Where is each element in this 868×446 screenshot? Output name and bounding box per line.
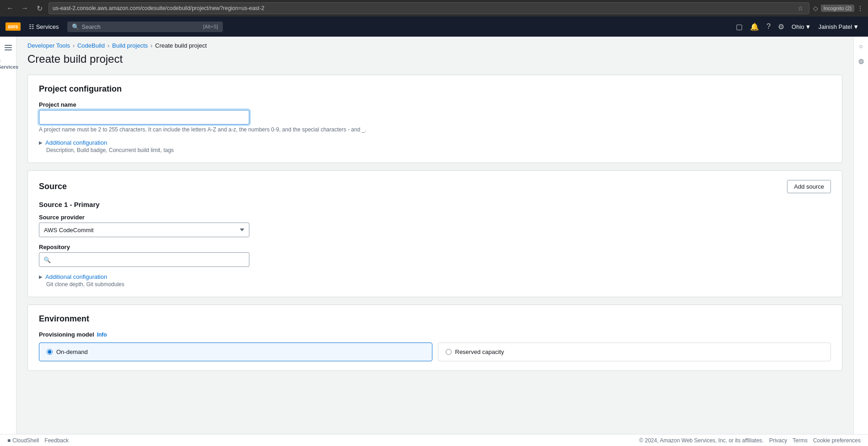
source-card: Source Add source Source 1 - Primary Sou… (27, 170, 842, 297)
breadcrumb-codebuild[interactable]: CodeBuild (77, 42, 105, 49)
reload-button[interactable]: ↻ (34, 3, 45, 14)
bottom-bar-right: © 2024, Amazon Web Services, Inc. or its… (639, 437, 861, 444)
project-name-field: Project name A project name must be 2 to… (39, 101, 831, 133)
search-input[interactable] (82, 23, 173, 30)
user-chevron-icon: ▼ (853, 23, 859, 30)
source-additional-config-header[interactable]: ▶ Additional configuration (39, 273, 831, 280)
cloudshell-button[interactable]: ■ CloudShell (7, 437, 39, 444)
user-name: Jainish Patel (818, 23, 852, 30)
repository-input[interactable] (39, 252, 249, 267)
provisioning-info-link[interactable]: Info (97, 332, 107, 338)
additional-config-sub: Description, Build badge, Concurrent bui… (46, 147, 831, 153)
aws-logo: aws (5, 22, 21, 31)
cloudshell-icon-btn[interactable]: ▢ (732, 20, 746, 34)
sidebar-hash-services[interactable]: # Services (2, 58, 15, 71)
source-provider-label: Source provider (39, 214, 831, 221)
services-button[interactable]: ☷ Services (24, 21, 64, 33)
hamburger-line-2 (5, 47, 12, 48)
bookmark-icon: ☆ (798, 5, 803, 12)
url-bar[interactable]: us-east-2.console.aws.amazon.com/codesui… (49, 2, 809, 14)
environment-title: Environment (39, 314, 831, 324)
cloudshell-label: CloudShell (12, 437, 39, 444)
repository-label: Repository (39, 244, 831, 250)
region-selector[interactable]: Ohio ▼ (788, 21, 814, 33)
extensions-icon: ◇ (813, 5, 818, 12)
breadcrumb-current: Create build project (155, 42, 207, 49)
source-title: Source (39, 182, 67, 191)
repository-input-wrapper: 🔍 (39, 252, 249, 267)
breadcrumb: Developer Tools › CodeBuild › Build proj… (27, 37, 842, 53)
user-menu[interactable]: Jainish Patel ▼ (814, 21, 863, 33)
right-panel: ○ ◍ (853, 37, 868, 446)
source-additional-config-collapsible[interactable]: ▶ Additional configuration Git clone dep… (39, 273, 831, 288)
menu-icon[interactable]: ⋮ (857, 5, 863, 12)
source1-label: Source 1 - Primary (39, 201, 831, 208)
source-section-header: Source Add source (39, 180, 831, 193)
settings-icon-btn[interactable]: ⚙ (774, 20, 788, 34)
search-bar[interactable]: 🔍 [Alt+S] (67, 22, 223, 32)
right-panel-icon-2[interactable]: ◍ (856, 56, 866, 66)
on-demand-radio-card[interactable]: On-demand (39, 343, 432, 361)
project-configuration-card: Project configuration Project name A pro… (27, 75, 842, 163)
source-provider-select[interactable]: AWS CodeCommit Amazon S3 GitHub Bitbucke… (39, 223, 249, 237)
reserved-capacity-label: Reserved capacity (455, 348, 504, 355)
feedback-link[interactable]: Feedback (44, 437, 69, 444)
additional-config-collapsible[interactable]: ▶ Additional configuration Description, … (39, 139, 831, 153)
browser-actions: ◇ Incognito (2) ⋮ (813, 5, 863, 12)
source-additional-config-sub: Git clone depth, Git submodules (46, 281, 831, 288)
breadcrumb-sep-3: › (151, 43, 152, 49)
help-icon-btn[interactable]: ? (763, 20, 774, 33)
reserved-capacity-radio-card[interactable]: Reserved capacity (438, 343, 831, 361)
search-icon: 🔍 (72, 23, 79, 30)
breadcrumb-sep-1: › (73, 43, 75, 49)
forward-button[interactable]: → (19, 3, 30, 14)
provisioning-radio-group: On-demand Reserved capacity (39, 343, 831, 361)
page-title: Create build project (27, 53, 842, 65)
privacy-link[interactable]: Privacy (769, 437, 787, 444)
hash-services-label: # Services (0, 59, 18, 70)
provisioning-model-text: Provisioning model (39, 331, 94, 338)
breadcrumb-build-projects[interactable]: Build projects (112, 42, 148, 49)
source-collapsible-triangle-icon: ▶ (39, 274, 43, 279)
breadcrumb-developer-tools[interactable]: Developer Tools (27, 42, 70, 49)
bottom-bar-left: ■ CloudShell Feedback (7, 437, 69, 444)
source-provider-field: Source provider AWS CodeCommit Amazon S3… (39, 214, 831, 237)
search-shortcut: [Alt+S] (203, 24, 218, 29)
main-content: Developer Tools › CodeBuild › Build proj… (16, 37, 853, 446)
incognito-badge: Incognito (2) (821, 5, 854, 12)
additional-config-label: Additional configuration (45, 139, 107, 146)
region-chevron-icon: ▼ (805, 23, 811, 30)
browser-chrome: ← → ↻ us-east-2.console.aws.amazon.com/c… (0, 0, 868, 16)
on-demand-label: On-demand (56, 348, 88, 355)
terms-link[interactable]: Terms (793, 437, 808, 444)
additional-config-header[interactable]: ▶ Additional configuration (39, 139, 831, 146)
url-text: us-east-2.console.aws.amazon.com/codesui… (53, 5, 796, 11)
main-layout: # Services Developer Tools › CodeBuild ›… (0, 37, 868, 446)
top-nav: aws ☷ Services 🔍 [Alt+S] ▢ 🔔 ? ⚙ Ohio ▼ … (0, 16, 868, 37)
breadcrumb-sep-2: › (108, 43, 109, 49)
hamburger-line-3 (5, 49, 12, 50)
cloudshell-icon: ■ (7, 437, 11, 444)
project-name-hint: A project name must be 2 to 255 characte… (39, 126, 831, 133)
provisioning-model-label: Provisioning model Info (39, 331, 831, 338)
reserved-capacity-radio[interactable] (446, 349, 452, 355)
collapsible-triangle-icon: ▶ (39, 140, 43, 145)
project-name-input[interactable] (39, 110, 249, 125)
sidebar-toggle[interactable] (2, 41, 15, 54)
services-label: Services (36, 23, 59, 30)
copyright-text: © 2024, Amazon Web Services, Inc. or its… (639, 437, 764, 444)
add-source-button[interactable]: Add source (787, 180, 831, 193)
grid-icon: ☷ (29, 23, 34, 30)
project-name-label: Project name (39, 101, 831, 108)
region-label: Ohio (792, 23, 804, 30)
bottom-bar: ■ CloudShell Feedback © 2024, Amazon Web… (0, 434, 868, 446)
right-panel-icon-1[interactable]: ○ (856, 41, 866, 51)
repository-field: Repository 🔍 (39, 244, 831, 267)
environment-card: Environment Provisioning model Info On-d… (27, 305, 842, 371)
cookie-link[interactable]: Cookie preferences (813, 437, 861, 444)
project-config-title: Project configuration (39, 84, 831, 94)
notifications-icon-btn[interactable]: 🔔 (746, 20, 763, 34)
on-demand-radio[interactable] (47, 349, 53, 355)
back-button[interactable]: ← (5, 3, 16, 14)
aws-logo-text: aws (5, 22, 21, 31)
